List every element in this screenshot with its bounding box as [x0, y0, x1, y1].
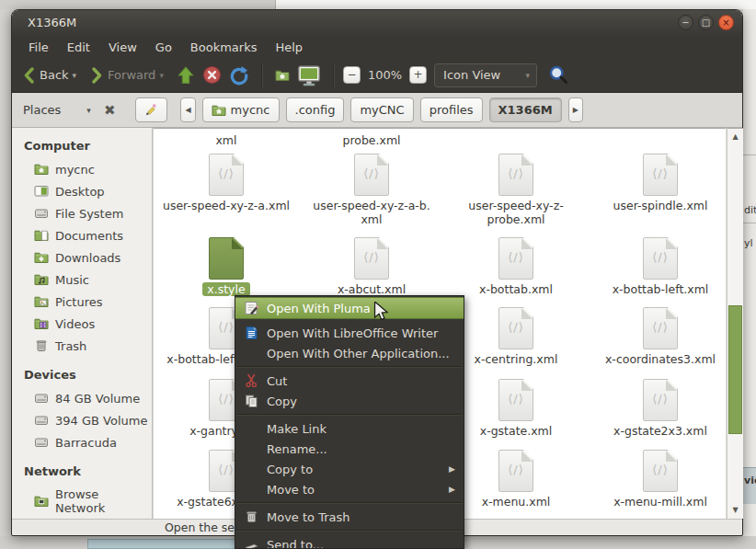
maximize-button[interactable]: □	[698, 15, 714, 30]
scroll-down-arrow[interactable]: ▼	[727, 503, 743, 518]
zoom-in-button[interactable]: +	[409, 66, 427, 84]
home-button[interactable]	[275, 68, 290, 83]
context-menu: Open With Pluma Open With LibreOffice Wr…	[235, 295, 464, 549]
sidebar-item-videos[interactable]: Videos	[12, 313, 152, 335]
sidebar-item-pictures[interactable]: Pictures	[12, 291, 152, 313]
sidebar-item-file-system[interactable]: File System	[12, 202, 152, 224]
zoom-out-button[interactable]: −	[343, 66, 361, 84]
edit-location-button[interactable]	[135, 97, 167, 122]
file-x-abcut[interactable]: ⟨/⟩ x-abcut.xml	[303, 237, 441, 296]
sidebar-item-label: Music	[55, 273, 89, 287]
file-x-menu-mill[interactable]: ⟨/⟩ x-menu-mill.xml	[591, 450, 729, 509]
forward-chevron-icon[interactable]	[91, 67, 103, 84]
breadcrumb-x1366m[interactable]: X1366M	[489, 97, 562, 122]
chevron-down-icon[interactable]: ▾	[86, 106, 91, 115]
scrollbar-thumb[interactable]	[728, 305, 742, 434]
breadcrumb-config[interactable]: .config	[286, 97, 345, 122]
menu-item-open-with-pluma[interactable]: Open With Pluma	[235, 297, 464, 319]
crumb-scroll-left[interactable]: ◀	[180, 97, 195, 122]
vertical-scrollbar[interactable]: ▲ ▼	[727, 128, 743, 519]
xml-file-icon: ⟨/⟩	[354, 154, 389, 196]
breadcrumb-mycnc[interactable]: mycnc	[202, 97, 280, 122]
breadcrumb-label: X1366M	[498, 103, 553, 117]
menu-separator	[236, 530, 463, 532]
drive-icon	[34, 391, 49, 406]
titlebar[interactable]: X1366M − □ ×	[12, 10, 742, 36]
forward-history-caret[interactable]: ▾	[159, 71, 164, 80]
xml-file-icon: ⟨/⟩	[643, 450, 678, 492]
xml-file-icon: ⟨/⟩	[498, 450, 533, 492]
close-sidebar-button[interactable]: ✖	[104, 102, 116, 119]
file-user-speed-xy-z-a[interactable]: ⟨/⟩ user-speed-xy-z-a.xml	[157, 154, 295, 212]
menu-item-move-to[interactable]: Move to ▶	[235, 479, 464, 499]
sidebar-item-label: 84 GB Volume	[55, 392, 140, 406]
forward-button[interactable]: Forward	[108, 68, 155, 82]
file-user-speed-xy-z-probe[interactable]: ⟨/⟩ user-speed-xy-z-probe.xml	[447, 154, 585, 226]
places-dropdown[interactable]: Places	[23, 103, 61, 117]
crumb-scroll-right[interactable]: ▶	[568, 97, 583, 122]
file-label-partial[interactable]: probe.xml	[303, 131, 441, 147]
menu-help[interactable]: Help	[266, 38, 312, 57]
file-x-gstate[interactable]: ⟨/⟩ x-gstate.xml	[447, 379, 585, 438]
drive-icon	[34, 413, 49, 428]
file-x-gstate2x3[interactable]: ⟨/⟩ x-gstate2x3.xml	[591, 379, 729, 438]
file-label-partial[interactable]: xml	[157, 131, 295, 147]
back-history-caret[interactable]: ▾	[73, 71, 77, 80]
menu-item-rename[interactable]: Rename...	[235, 439, 464, 459]
menu-item-move-to-trash[interactable]: Move to Trash	[235, 507, 464, 527]
close-button[interactable]: ×	[718, 15, 734, 30]
up-button[interactable]	[177, 65, 195, 86]
search-button[interactable]	[548, 64, 569, 86]
file-x-style-selected[interactable]: x.style	[157, 237, 295, 296]
xml-file-icon: ⟨/⟩	[498, 154, 533, 196]
breadcrumb-label: mycnc	[231, 103, 270, 117]
background-fragment-block: vie	[743, 467, 756, 504]
menu-item-open-with-writer[interactable]: Open With LibreOffice Writer	[235, 323, 464, 343]
stop-button[interactable]	[202, 65, 222, 85]
sidebar-item-barracuda[interactable]: Barracuda	[12, 431, 152, 453]
menu-bookmarks[interactable]: Bookmarks	[181, 38, 267, 57]
sidebar-item-downloads[interactable]: Downloads	[12, 246, 152, 269]
sidebar-item-music[interactable]: Music	[12, 269, 152, 291]
sidebar-item-desktop[interactable]: Desktop	[12, 180, 152, 202]
file-x-menu[interactable]: ⟨/⟩ x-menu.xml	[447, 450, 585, 509]
sidebar-item-mycnc[interactable]: mycnc	[12, 158, 152, 180]
xml-file-icon: ⟨/⟩	[643, 307, 678, 349]
libreoffice-writer-icon	[244, 326, 259, 340]
file-x-centring[interactable]: ⟨/⟩ x-centring.xml	[447, 307, 585, 366]
file-x-coordinates3[interactable]: ⟨/⟩ x-coordinates3.xml	[591, 307, 729, 366]
sidebar-item-browse-network[interactable]: Browse Network	[12, 484, 152, 519]
sidebar-item-documents[interactable]: Documents	[12, 224, 152, 246]
breadcrumb-label: profiles	[430, 103, 474, 117]
view-mode-select[interactable]: Icon View ▾	[434, 63, 537, 87]
sidebar-item-394gb-volume[interactable]: 394 GB Volume	[12, 409, 152, 431]
menu-item-copy[interactable]: Copy	[235, 391, 464, 411]
file-x-bottab[interactable]: ⟨/⟩ x-bottab.xml	[447, 237, 585, 296]
back-button[interactable]: Back	[40, 68, 69, 82]
scroll-up-arrow[interactable]: ▲	[727, 130, 743, 144]
menu-file[interactable]: File	[19, 38, 58, 57]
back-chevron-icon[interactable]	[23, 67, 35, 84]
menu-item-cut[interactable]: Cut	[235, 371, 464, 391]
sidebar-item-trash[interactable]: Trash	[12, 335, 152, 357]
file-user-spindle[interactable]: ⟨/⟩ user-spindle.xml	[591, 154, 729, 212]
background-right-strip: dit yl vie	[743, 9, 756, 549]
menu-item-make-link[interactable]: Make Link	[235, 418, 464, 439]
refresh-button[interactable]	[229, 65, 249, 86]
file-user-speed-xy-z-a-b[interactable]: ⟨/⟩ user-speed-xy-z-a-b.xml	[303, 154, 441, 226]
sidebar-item-84gb-volume[interactable]: 84 GB Volume	[12, 387, 152, 409]
sidebar-header-computer: Computer	[12, 128, 152, 158]
sidebar-item-label: Videos	[55, 317, 95, 331]
menu-item-copy-to[interactable]: Copy to ▶	[235, 459, 464, 479]
breadcrumb-mycnc-app[interactable]: myCNC	[350, 97, 413, 122]
computer-button[interactable]	[297, 64, 321, 86]
menu-item-label: Copy	[267, 395, 297, 408]
menu-item-open-with-other[interactable]: Open With Other Application...	[235, 343, 464, 363]
menu-item-send-to[interactable]: Send to...	[235, 534, 464, 549]
file-x-bottab-left[interactable]: ⟨/⟩ x-bottab-left.xml	[591, 237, 729, 296]
minimize-button[interactable]: −	[678, 15, 693, 30]
menu-view[interactable]: View	[99, 38, 146, 57]
menu-go[interactable]: Go	[146, 38, 181, 57]
breadcrumb-profiles[interactable]: profiles	[420, 97, 483, 122]
menu-edit[interactable]: Edit	[58, 38, 99, 57]
